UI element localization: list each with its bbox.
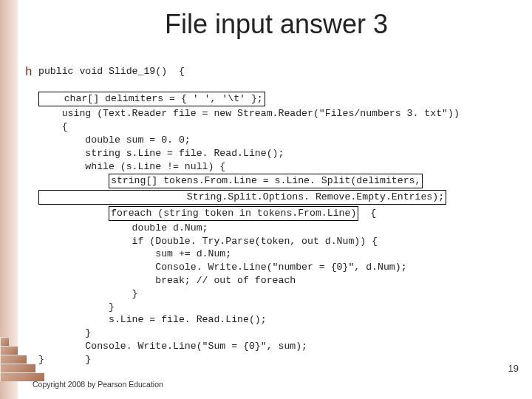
- code-line: [38, 208, 109, 219]
- code-line: s.Line = file. Read.Line();: [38, 314, 267, 325]
- code-highlight-splitoptions: String.Split.Options. Remove.Empty.Entri…: [38, 190, 446, 205]
- code-line: string s.Line = file. Read.Line();: [38, 148, 284, 159]
- code-line: {: [358, 208, 376, 219]
- code-line: using (Text.Reader file = new Stream.Rea…: [38, 108, 460, 119]
- page-number: 19: [508, 363, 519, 374]
- code-highlight-split: string[] tokens.From.Line = s.Line. Spli…: [109, 174, 423, 188]
- code-line: }: [38, 288, 138, 299]
- code-highlight-delimiters: char[] delimiters = { ' ', '\t' };: [38, 92, 265, 106]
- code-line: while (s.Line != null) {: [38, 161, 225, 172]
- code-line: Console. Write.Line("Sum = {0}", sum);: [38, 341, 307, 352]
- code-line: {: [38, 121, 68, 132]
- code-line: }: [38, 301, 115, 313]
- bullet-icon: h: [25, 65, 33, 81]
- code-line: [38, 175, 109, 186]
- code-line: break; // out of foreach: [38, 275, 296, 286]
- code-line: public void Slide_19() {: [38, 66, 185, 77]
- code-line: sum += d.Num;: [38, 248, 231, 259]
- code-highlight-foreach: foreach (string token in tokens.From.Lin…: [109, 206, 358, 221]
- slide-title: File input answer 3: [38, 9, 514, 40]
- code-line: double sum = 0. 0;: [38, 134, 191, 146]
- slide-content: File input answer 3 hpublic void Slide_1…: [18, 0, 532, 399]
- copyright-text: Copyright 2008 by Pearson Education: [33, 380, 163, 389]
- code-line: } }: [38, 354, 91, 365]
- code-line: if (Double. Try.Parse(token, out d.Num))…: [38, 236, 378, 247]
- code-block: hpublic void Slide_19() { char[] delimit…: [38, 52, 514, 380]
- code-line: Console. Write.Line("number = {0}", d.Nu…: [38, 262, 407, 273]
- code-line: }: [38, 327, 91, 338]
- code-line: double d.Num;: [38, 222, 208, 233]
